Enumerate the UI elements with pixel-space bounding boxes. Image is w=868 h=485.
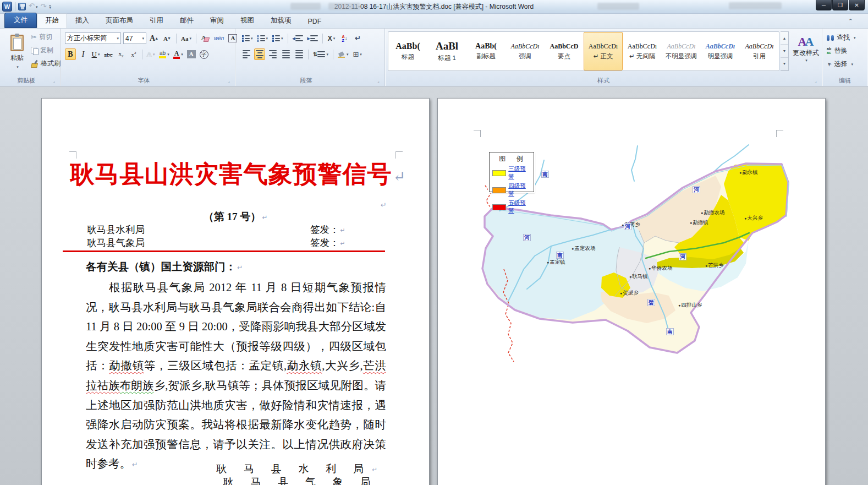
styles-dialog-launcher[interactable]: ⌟: [815, 79, 820, 84]
tab-home[interactable]: 开始: [37, 13, 67, 28]
bullets-button[interactable]: ▾: [241, 32, 254, 44]
text-effects-button[interactable]: A▾: [145, 48, 156, 60]
multilevel-list-button[interactable]: ▾: [271, 32, 284, 44]
line-spacing-button[interactable]: ⇅▾: [312, 48, 329, 60]
tab-page-layout[interactable]: 页面布局: [97, 13, 141, 28]
style-item[interactable]: AaBbCcDı明显强调: [701, 32, 740, 70]
align-center-button[interactable]: [254, 48, 265, 60]
font-size-combobox[interactable]: 47▾: [123, 32, 146, 44]
river-label: 河: [624, 223, 631, 230]
clipboard-dialog-launcher[interactable]: ⌟: [53, 79, 58, 84]
superscript-button[interactable]: x2: [128, 48, 139, 60]
style-item[interactable]: AaBb(标题: [388, 32, 427, 70]
paste-button[interactable]: 粘贴 ▾: [4, 31, 30, 72]
gallery-more-icon[interactable]: ▼: [781, 58, 788, 70]
numbered-list-icon: [257, 35, 265, 41]
decrease-indent-icon: [295, 35, 303, 41]
cut-button[interactable]: ✂ 剪切: [31, 32, 61, 42]
paint-bucket-icon: [338, 51, 345, 58]
underline-button[interactable]: U▾: [90, 48, 101, 60]
format-painter-button[interactable]: 格式刷: [31, 58, 61, 68]
style-item[interactable]: AaBb(副标题: [466, 32, 506, 70]
map-label: ●勐撒农场: [701, 209, 724, 216]
restore-button[interactable]: ❐: [832, 0, 848, 10]
map-label: ●勐撒镇: [690, 219, 708, 226]
style-item[interactable]: AaBbCcDı↵ 无间隔: [623, 32, 662, 70]
river-label: 南: [556, 252, 564, 259]
close-button[interactable]: ✕: [849, 0, 865, 10]
sort-button[interactable]: AZ↓: [339, 32, 350, 44]
salutation: 各有关县（镇）国土资源部门：↵: [86, 259, 243, 274]
italic-button[interactable]: I: [78, 48, 89, 60]
group-styles: AaBb(标题 AaBl标题 1 AaBb(副标题 AaBbCcDı强调 AaB…: [385, 29, 822, 86]
align-left-button[interactable]: [241, 48, 252, 60]
tab-references[interactable]: 引用: [141, 13, 172, 28]
paste-icon: [10, 35, 24, 51]
style-item[interactable]: AaBbCcDı强调: [506, 32, 545, 70]
character-shading-button[interactable]: A: [186, 48, 197, 60]
document-page-1[interactable]: 耿马县山洪灾害气象预警信号↵ ↵ （第 17 号）↵ 耿马县水利局 耿马县气象局…: [41, 98, 430, 485]
shrink-font-button[interactable]: A▼: [162, 32, 173, 44]
clear-formatting-button[interactable]: A: [200, 32, 211, 44]
font-color-button[interactable]: A▾: [172, 48, 184, 60]
document-page-2[interactable]: 图 例 三级预警 四级预警 五级预警 ●勐永镇 ●勐撒农场 ●勐撒镇 ●大兴乡: [437, 98, 826, 485]
show-marks-button[interactable]: ↵: [353, 32, 364, 44]
format-painter-icon: [31, 59, 39, 67]
tab-view[interactable]: 视图: [232, 13, 262, 28]
tab-pdf[interactable]: PDF: [300, 15, 330, 28]
increase-indent-button[interactable]: ▸: [306, 32, 319, 44]
style-item[interactable]: AaBbCcD要点: [545, 32, 584, 70]
sign-line-2: 签发：↵: [310, 236, 345, 249]
body-paragraph[interactable]: 根据耿马县气象局 2012 年 11 月 8 日短期气象预报情况，耿马县水利局与…: [86, 278, 386, 475]
distribute-button[interactable]: [294, 48, 305, 60]
gallery-scroll-down-icon[interactable]: ▼: [781, 45, 788, 57]
highlight-color-button[interactable]: ab▾: [158, 48, 171, 60]
tab-insert[interactable]: 插入: [67, 13, 97, 28]
tab-file[interactable]: 文件: [4, 13, 37, 28]
copy-button[interactable]: 复制: [31, 45, 61, 55]
borders-button[interactable]: ⊞▾: [351, 48, 362, 60]
shading-button[interactable]: ▾: [337, 48, 350, 60]
style-item-selected[interactable]: AaBbCcDı↵ 正文: [584, 32, 623, 70]
river-label: 南: [541, 171, 549, 178]
asian-layout-button[interactable]: X▾: [326, 32, 337, 44]
enclose-characters-button[interactable]: 字: [199, 48, 210, 60]
align-right-button[interactable]: [267, 48, 278, 60]
font-dialog-launcher[interactable]: ⌟: [228, 79, 233, 84]
select-button[interactable]: ➤ 选择▾: [827, 59, 856, 69]
gallery-scroll-up-icon[interactable]: ▲: [781, 32, 788, 45]
replace-button[interactable]: abac 替换: [827, 46, 856, 56]
word-window: W ↶▾ ↷ ▾ 2012-11-08 16-17山洪灾害预警文档.doc [兼…: [0, 0, 868, 485]
collapse-ribbon-icon[interactable]: ⌃: [848, 18, 853, 24]
bullet-list-icon: [242, 35, 250, 41]
minimize-button[interactable]: ─: [816, 0, 832, 10]
river-label: 碧: [647, 299, 655, 306]
phonetic-guide-button[interactable]: wén: [213, 32, 225, 44]
document-area[interactable]: 耿马县山洪灾害气象预警信号↵ ↵ （第 17 号）↵ 耿马县水利局 耿马县气象局…: [0, 86, 868, 485]
bold-button[interactable]: B: [65, 48, 76, 60]
decrease-indent-button[interactable]: ◂: [292, 32, 304, 44]
find-button[interactable]: 查找▾: [827, 33, 856, 42]
numbering-button[interactable]: ▾: [256, 32, 270, 44]
paragraph-dialog-launcher[interactable]: ⌟: [377, 79, 383, 84]
style-item[interactable]: AaBl标题 1: [427, 32, 466, 70]
font-name-combobox[interactable]: 方正小标宋简▾: [65, 32, 121, 44]
group-clipboard: 粘贴 ▾ ✂ 剪切 复制 格式刷: [0, 29, 61, 86]
justify-button[interactable]: [281, 48, 292, 60]
redacted-text: [597, 3, 639, 10]
tab-mailings[interactable]: 邮件: [172, 13, 202, 28]
subscript-button[interactable]: x2: [116, 48, 127, 60]
signature-line-2: 耿 马 县 气 象 局: [207, 475, 394, 485]
grow-font-button[interactable]: A▲: [149, 32, 160, 44]
borders-icon: ⊞: [353, 51, 359, 58]
tab-review[interactable]: 审阅: [202, 13, 232, 28]
strikethrough-button[interactable]: abc: [103, 48, 114, 60]
change-styles-button[interactable]: AA 更改样式 ▾: [791, 31, 821, 79]
tab-add-ins[interactable]: 加载项: [262, 13, 300, 28]
change-case-button[interactable]: Aa▾: [180, 32, 193, 44]
binoculars-icon: [827, 35, 834, 41]
style-item[interactable]: AaBbCcDı引用: [740, 32, 779, 70]
style-item[interactable]: AaBbCcDı不明显强调: [662, 32, 701, 70]
ribbon: 文件 开始 插入 页面布局 引用 邮件 审阅 视图 加载项 PDF ⌃ 粘贴 ▾: [0, 14, 868, 86]
pinyin-icon: wén: [214, 35, 224, 41]
